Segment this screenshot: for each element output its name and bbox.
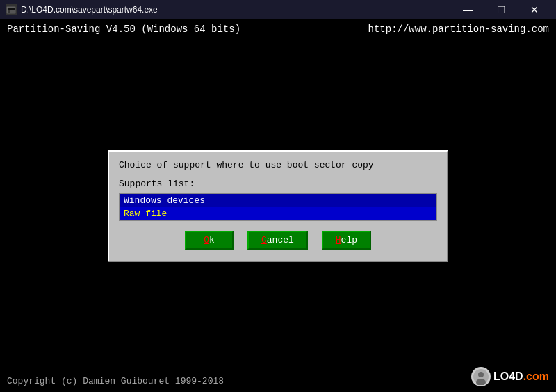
dialog-title: Choice of support where to use boot sect… (119, 160, 437, 170)
logo-text: LO4D.com (493, 370, 549, 383)
svg-rect-2 (8, 10, 10, 13)
cancel-button[interactable]: Cancel (247, 231, 308, 250)
console-area: Partition-Saving V4.50 (Windows 64 bits)… (0, 19, 556, 392)
title-bar-controls: — ☐ ✕ (452, 0, 550, 19)
cancel-hotkey: C (261, 235, 267, 245)
help-hotkey: H (336, 235, 341, 245)
maximize-button[interactable]: ☐ (485, 0, 517, 19)
title-bar: D:\LO4D.com\savepart\spartw64.exe — ☐ ✕ (0, 0, 556, 19)
svg-rect-1 (8, 8, 15, 10)
list-item-raw-file[interactable]: Raw file (120, 207, 436, 220)
logo-icon (471, 367, 491, 386)
title-bar-text: D:\LO4D.com\savepart\spartw64.exe (21, 5, 158, 15)
title-bar-left: D:\LO4D.com\savepart\spartw64.exe (6, 4, 158, 15)
supports-label: Supports list: (119, 179, 437, 189)
svg-point-4 (478, 372, 484, 377)
ok-hotkey: O (204, 235, 209, 245)
help-button[interactable]: Help (322, 231, 371, 250)
ok-button[interactable]: Ok (185, 231, 234, 250)
list-box[interactable]: Windows devices Raw file (119, 193, 437, 221)
console-footer: Copyright (c) Damien Guibouret 1999-2018… (7, 367, 549, 386)
copyright-text: Copyright (c) Damien Guibouret 1999-2018 (7, 376, 224, 386)
logo-area: LO4D.com (471, 367, 549, 386)
dialog-buttons: Ok Cancel Help (119, 231, 437, 250)
close-button[interactable]: ✕ (518, 0, 550, 19)
minimize-button[interactable]: — (452, 0, 484, 19)
list-item-windows-devices[interactable]: Windows devices (120, 194, 436, 207)
dialog-overlay: Choice of support where to use boot sect… (0, 19, 556, 392)
dialog-box: Choice of support where to use boot sect… (108, 150, 448, 262)
app-icon (6, 4, 17, 15)
